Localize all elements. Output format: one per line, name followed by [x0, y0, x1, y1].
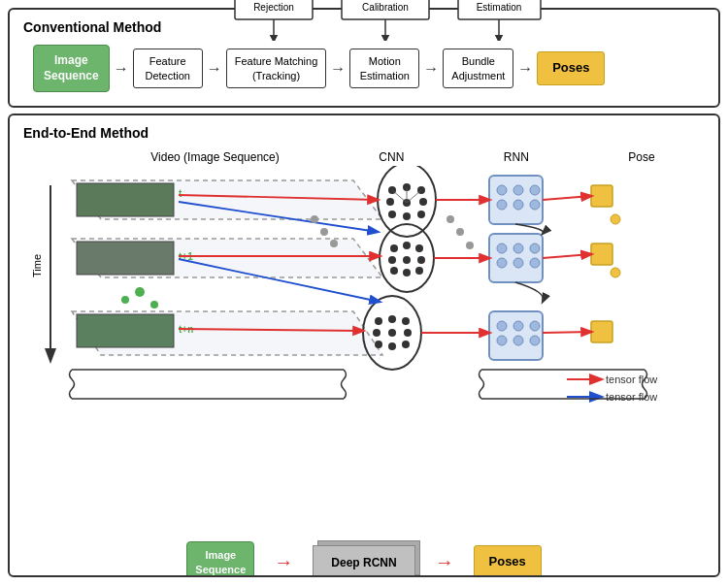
arrow1: → [114, 60, 129, 78]
svg-point-25 [121, 296, 129, 304]
svg-point-75 [513, 321, 523, 331]
svg-point-62 [530, 185, 540, 195]
deep-rcnn-box: Deep RCNN [313, 545, 414, 577]
svg-point-33 [388, 211, 396, 218]
svg-point-50 [375, 317, 382, 325]
svg-point-58 [402, 341, 410, 348]
svg-point-69 [530, 244, 540, 253]
bottom-flow: ImageSequence → Deep RCNN → Poses [23, 541, 705, 577]
svg-point-48 [415, 267, 423, 275]
svg-point-64 [513, 200, 523, 210]
svg-rect-19 [77, 242, 174, 275]
svg-point-96 [330, 240, 338, 247]
svg-line-93 [543, 332, 591, 333]
svg-rect-82 [591, 321, 612, 342]
col-labels: Video (Image Sequence) CNN RNN Pose [101, 150, 705, 164]
svg-point-41 [403, 242, 411, 249]
svg-point-30 [386, 198, 394, 206]
svg-line-91 [543, 196, 591, 200]
box-feature-matching: Feature Matching(Tracking) [226, 49, 327, 88]
svg-rect-8 [458, 0, 541, 19]
box-feature-detection: FeatureDetection [133, 49, 203, 88]
svg-rect-4 [342, 0, 429, 19]
svg-point-78 [513, 336, 523, 345]
svg-text:Calibration: Calibration [362, 2, 409, 13]
endtoend-title: End-to-End Method [23, 125, 705, 141]
svg-point-74 [497, 321, 507, 331]
col-pose: Pose [628, 150, 654, 164]
endtoend-section: End-to-End Method Video (Image Sequence)… [8, 114, 720, 577]
svg-rect-81 [591, 244, 612, 265]
bottom-arrow2: → [435, 551, 454, 573]
conventional-section: Conventional Method ImageSequence → Feat… [8, 8, 720, 108]
svg-point-32 [419, 198, 427, 206]
col-rnn: RNN [504, 150, 529, 164]
svg-point-101 [611, 268, 620, 277]
svg-point-99 [466, 242, 474, 249]
svg-point-42 [415, 244, 423, 252]
svg-rect-17 [77, 183, 174, 216]
svg-text:Estimation: Estimation [477, 2, 522, 13]
svg-point-23 [135, 287, 145, 297]
svg-point-46 [390, 267, 398, 275]
svg-point-67 [497, 244, 507, 253]
svg-line-36 [392, 190, 407, 203]
svg-text:Rejection: Rejection [253, 2, 294, 13]
svg-point-61 [513, 185, 523, 195]
svg-rect-21 [77, 314, 174, 347]
svg-line-38 [407, 190, 421, 203]
box-image-sequence: ImageSequence [33, 45, 110, 92]
svg-point-47 [403, 269, 411, 276]
svg-point-77 [497, 336, 507, 345]
svg-point-35 [417, 211, 425, 218]
svg-point-45 [417, 256, 425, 264]
svg-point-40 [390, 244, 398, 252]
svg-point-97 [447, 215, 454, 223]
svg-point-70 [497, 258, 507, 268]
svg-point-72 [530, 258, 540, 268]
svg-point-95 [320, 228, 328, 236]
svg-point-54 [388, 329, 396, 337]
svg-point-71 [513, 258, 523, 268]
svg-rect-0 [235, 0, 313, 19]
svg-text:tensor flow: tensor flow [606, 391, 657, 403]
svg-point-52 [402, 317, 410, 325]
deep-rcnn-label: Deep RCNN [331, 556, 396, 569]
svg-point-94 [311, 215, 318, 223]
svg-text:tensor flow: tensor flow [606, 374, 657, 385]
box-image-sequence-end: ImageSequence [186, 541, 254, 577]
svg-point-53 [373, 329, 381, 337]
svg-point-55 [404, 329, 412, 337]
box-poses-end: Poses [474, 545, 542, 577]
svg-point-56 [375, 341, 382, 348]
col-video: Video (Image Sequence) [150, 150, 280, 164]
svg-point-79 [530, 336, 540, 345]
box-bundle-adjustment: BundleAdjustment [443, 49, 513, 88]
svg-rect-80 [591, 185, 612, 207]
arrow2: → [207, 60, 222, 78]
main-container: Conventional Method ImageSequence → Feat… [0, 0, 728, 585]
svg-point-68 [513, 244, 523, 253]
svg-point-98 [456, 228, 464, 236]
svg-point-51 [388, 315, 396, 323]
svg-point-24 [150, 301, 158, 309]
col-cnn: CNN [379, 150, 404, 164]
svg-point-44 [403, 256, 411, 264]
conventional-title: Conventional Method [23, 19, 705, 35]
arrow3: → [330, 60, 346, 78]
svg-point-60 [497, 185, 507, 195]
svg-point-63 [497, 200, 507, 210]
box-motion-estimation: MotionEstimation [349, 49, 419, 88]
endtoend-inner: Video (Image Sequence) CNN RNN Pose [23, 150, 705, 577]
svg-text:Time: Time [31, 254, 43, 277]
svg-line-92 [543, 254, 591, 258]
svg-point-34 [403, 212, 411, 220]
endtoend-svg: Time t t+1 t+n [23, 166, 720, 457]
svg-point-65 [530, 200, 540, 210]
svg-point-100 [611, 214, 620, 224]
bottom-arrow1: → [274, 551, 293, 573]
svg-point-76 [530, 321, 540, 331]
svg-point-43 [388, 256, 396, 264]
arrow5: → [517, 60, 533, 78]
box-poses-conventional: Poses [537, 51, 605, 85]
